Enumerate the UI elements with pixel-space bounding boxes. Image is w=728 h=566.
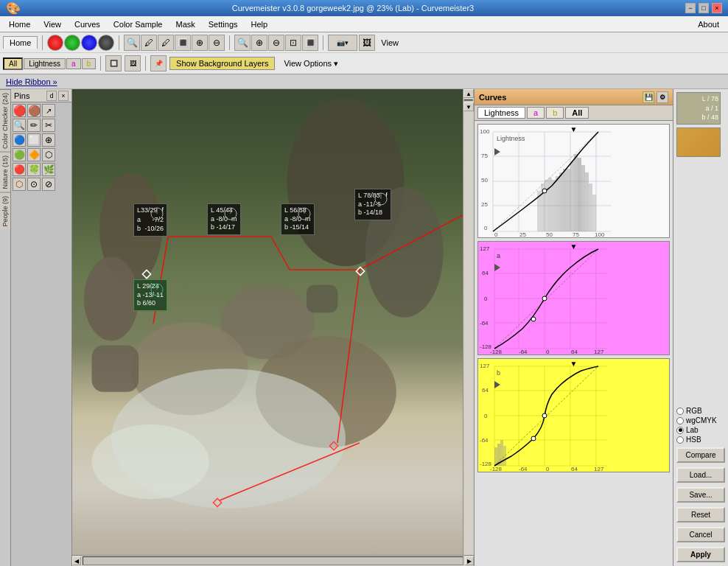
nav-btn4[interactable]: ⊡ (285, 35, 301, 51)
nav-btn1[interactable]: 🔍 (234, 35, 251, 51)
radio-lab[interactable]: Lab (676, 426, 725, 434)
pin-tool-3[interactable]: ↗ (42, 104, 55, 117)
pin-tool-18[interactable]: ⊘ (42, 178, 55, 191)
eyedropper-btn4[interactable]: 🔳 (175, 35, 191, 51)
tab-all[interactable]: All (565, 107, 589, 119)
apply-button[interactable]: Apply (676, 547, 725, 562)
pins-close-button[interactable]: × (58, 91, 69, 101)
canvas-scrollbar-vertical[interactable]: ▲ ▼ (463, 89, 474, 555)
image-icon2[interactable]: 🖼 (125, 55, 141, 71)
menu-color-sample[interactable]: Color Sample (108, 18, 169, 30)
pin-tool-1[interactable]: 🔴 (13, 104, 26, 117)
radio-wgcmyk-circle[interactable] (676, 417, 684, 424)
minimize-button[interactable]: − (685, 3, 696, 13)
vtab-people[interactable]: People (9) (0, 192, 10, 230)
b-curve-graph[interactable]: 127 64 0 -64 -128 -128 -64 0 64 127 (477, 358, 670, 472)
show-background-button[interactable]: Show Background Layers (169, 57, 275, 70)
channel-lightness-btn[interactable]: Lightness (24, 58, 66, 69)
toolbar-row1: Home 🔍 🖊 🖊 🔳 ⊕ ⊖ 🔍 ⊕ ⊖ ⊡ 🔳 📷 (0, 32, 728, 53)
tab-b[interactable]: b (546, 107, 564, 119)
about-button[interactable]: About (692, 18, 725, 30)
eyedropper-btn5[interactable]: ⊕ (192, 35, 208, 51)
pin-tool-15[interactable]: 🌿 (42, 163, 55, 176)
h-scrollbar-track[interactable] (83, 556, 463, 565)
pin-tool-17[interactable]: ⊙ (27, 178, 41, 191)
maximize-button[interactable]: □ (699, 3, 709, 13)
pin-tool-8[interactable]: ⬜ (27, 133, 41, 147)
view-icon1[interactable]: 📷▾ (328, 35, 357, 51)
eyedropper-btn1[interactable]: 🔍 (124, 35, 140, 51)
tool-circle-blue[interactable] (81, 35, 97, 51)
lightness-curve-graph[interactable]: 100 75 50 25 0 0 25 50 75 100 (477, 124, 670, 238)
vtab-nature[interactable]: Nature (15) (0, 152, 10, 192)
menu-home[interactable]: Home (3, 18, 36, 30)
svg-text:25: 25 (519, 231, 526, 237)
radio-lab-circle[interactable] (676, 427, 684, 434)
a-curve-graph[interactable]: 127 64 0 -64 -128 -128 -64 0 64 127 (477, 241, 670, 355)
channel-b-btn[interactable]: b (82, 58, 97, 69)
eyedropper-btn3[interactable]: 🖊 (158, 35, 174, 51)
image-icon1[interactable]: 🔲 (105, 55, 122, 71)
eyedropper-btn6[interactable]: ⊖ (209, 35, 225, 51)
tab-home[interactable]: Home (3, 36, 38, 49)
pin-tool-4[interactable]: 🔍 (13, 119, 26, 132)
right-sidebar: L / 78 a / 1 b / 48 RGB wgCMYK Lab (673, 89, 728, 566)
pin-tool-11[interactable]: 🔶 (27, 148, 41, 161)
menu-help[interactable]: Help (245, 18, 274, 30)
menu-settings[interactable]: Settings (203, 18, 244, 30)
image-canvas[interactable]: L33/29f a-7/2 b-10/26 L 45/44 a -8/0 m b… (72, 89, 463, 555)
curves-settings-icon[interactable]: ⚙ (657, 91, 668, 103)
channel-selector: All Lightness a b (3, 57, 96, 70)
reset-button[interactable]: Reset (676, 507, 725, 523)
eyedropper-btn2[interactable]: 🖊 (141, 35, 157, 51)
radio-hsb[interactable]: HSB (676, 436, 725, 444)
pin-tool-2[interactable]: 🟤 (27, 104, 41, 117)
radio-rgb-circle[interactable] (676, 408, 684, 415)
channel-all-btn[interactable]: All (3, 57, 23, 70)
pin-tool-14[interactable]: 🍀 (27, 163, 41, 176)
pin-tool-10[interactable]: 🟢 (13, 148, 26, 161)
canvas-scrollbar-horizontal[interactable]: ◀ ▶ (72, 555, 474, 566)
tool-circle-dark[interactable] (98, 35, 114, 51)
scroll-right-button[interactable]: ▶ (465, 556, 474, 565)
compare-button[interactable]: Compare (676, 447, 725, 463)
view-icon2[interactable]: 🖼 (359, 35, 375, 51)
radio-wgcmyk[interactable]: wgCMYK (676, 416, 725, 424)
lightness-curve-arrow[interactable]: ▼ (570, 125, 578, 133)
scroll-up-button[interactable]: ▲ (463, 89, 474, 98)
radio-rgb[interactable]: RGB (676, 407, 725, 415)
pin-tool-12[interactable]: ⬡ (42, 148, 55, 161)
channel-a-btn[interactable]: a (66, 58, 81, 69)
cancel-button[interactable]: Cancel (676, 527, 725, 542)
nav-btn3[interactable]: ⊖ (268, 35, 284, 51)
a-curve-arrow[interactable]: ▼ (570, 242, 578, 251)
vtab-color-checker[interactable]: Color Checker (24) (0, 89, 10, 152)
pin-tool-5[interactable]: ✏ (27, 119, 41, 132)
b-curve-arrow[interactable]: ▼ (570, 360, 578, 368)
menu-mask[interactable]: Mask (169, 18, 200, 30)
menu-curves[interactable]: Curves (69, 18, 106, 30)
tab-a[interactable]: a (527, 107, 545, 119)
pin-tool-9[interactable]: ⊕ (42, 133, 55, 147)
pin-tool-13[interactable]: 🔴 (13, 163, 26, 176)
scroll-left-button[interactable]: ◀ (72, 556, 81, 565)
menu-view[interactable]: View (38, 18, 67, 30)
tool-circle-red[interactable] (47, 35, 63, 51)
save-button[interactable]: Save... (676, 487, 725, 503)
radio-hsb-circle[interactable] (676, 436, 684, 444)
svg-rect-68 (559, 172, 563, 231)
tool-circle-green[interactable] (64, 35, 80, 51)
curves-save-icon[interactable]: 💾 (643, 91, 654, 103)
scroll-down-button[interactable]: ▼ (463, 102, 474, 111)
close-button[interactable]: × (712, 3, 722, 13)
pin-tool-6[interactable]: ✂ (42, 119, 55, 132)
load-button[interactable]: Load... (676, 467, 725, 483)
pin-tool-16[interactable]: ⬡ (13, 178, 26, 191)
pin-tool-7[interactable]: 🔵 (13, 133, 26, 147)
nav-btn5[interactable]: 🔳 (302, 35, 318, 51)
nav-btn2[interactable]: ⊕ (251, 35, 267, 51)
hide-ribbon-button[interactable]: Hide Ribbon » (6, 77, 57, 86)
tab-lightness[interactable]: Lightness (477, 107, 525, 119)
pins-dock-button[interactable]: d (46, 91, 57, 101)
pin-icon[interactable]: 📌 (150, 55, 167, 71)
